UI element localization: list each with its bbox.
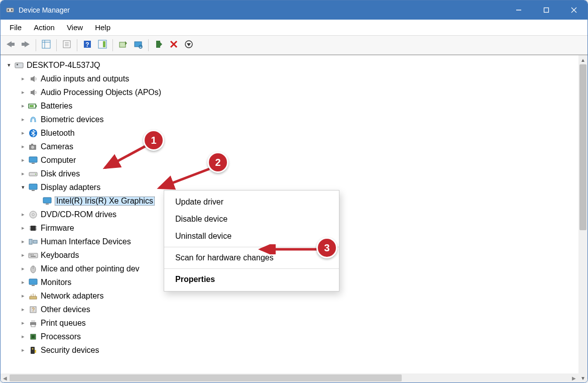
scan-hardware-button[interactable] — [131, 38, 145, 52]
ctx-disable-device[interactable]: Disable device — [164, 211, 339, 228]
tree-icon — [42, 40, 51, 50]
scroll-up-icon[interactable]: ▲ — [578, 55, 587, 64]
tree-item-label: DVD/CD-ROM drives — [41, 210, 116, 219]
window-title: Device Manager — [19, 6, 70, 14]
show-hide-tree-button[interactable] — [39, 38, 53, 52]
tree-root[interactable]: DESKTOP-4L537JQ — [3, 58, 585, 72]
close-button[interactable] — [560, 1, 587, 20]
svg-rect-47 — [29, 184, 37, 189]
security-icon — [28, 345, 39, 356]
chevron-right-icon[interactable] — [19, 102, 28, 111]
forward-button[interactable] — [19, 38, 33, 52]
tree-item[interactable]: Processors — [3, 330, 585, 343]
menu-file[interactable]: File — [5, 21, 27, 34]
chip-icon — [28, 223, 39, 234]
enable-icon — [154, 40, 163, 50]
disc-icon — [28, 209, 39, 220]
chevron-right-icon[interactable] — [19, 88, 28, 97]
tree-item[interactable]: Audio inputs and outputs — [3, 72, 585, 85]
properties-button[interactable] — [60, 38, 74, 52]
update-driver-button[interactable] — [116, 38, 130, 52]
chevron-right-icon[interactable] — [19, 305, 28, 314]
chevron-right-icon[interactable] — [19, 292, 28, 301]
tree-item[interactable]: Disk drives — [3, 167, 585, 180]
chevron-down-icon[interactable] — [5, 61, 14, 70]
help-button[interactable]: ? — [80, 38, 94, 52]
tree-item[interactable]: Security devices — [3, 343, 585, 357]
speaker-icon — [28, 73, 39, 84]
action-pane-button[interactable] — [95, 38, 109, 52]
tree-item[interactable]: ?Other devices — [3, 303, 585, 316]
tree-item-label: Bluetooth — [41, 129, 75, 137]
svg-rect-34 — [31, 91, 32, 94]
scroll-down-icon[interactable]: ▼ — [578, 373, 587, 382]
keyboard-icon — [28, 250, 39, 261]
chevron-right-icon[interactable] — [19, 319, 28, 328]
scroll-thumb[interactable] — [579, 64, 586, 230]
tree-item[interactable]: Audio Processing Objects (APOs) — [3, 85, 585, 99]
drive-icon — [28, 168, 39, 179]
chevron-right-icon[interactable] — [19, 169, 28, 178]
chevron-right-icon[interactable] — [19, 251, 28, 260]
tree-item[interactable]: Biometric devices — [3, 113, 585, 126]
minimize-button[interactable] — [505, 1, 532, 20]
scroll-right-icon[interactable]: ▶ — [569, 373, 578, 382]
menu-action[interactable]: Action — [29, 21, 60, 34]
chevron-right-icon[interactable] — [19, 115, 28, 124]
chevron-right-icon[interactable] — [19, 129, 28, 138]
cpu-icon — [28, 331, 39, 342]
vertical-scrollbar[interactable]: ▲ ▼ — [578, 55, 587, 382]
svg-rect-19 — [103, 41, 105, 47]
properties-icon — [62, 40, 71, 50]
chevron-right-icon[interactable] — [19, 156, 28, 165]
tree-item-label: Audio Processing Objects (APOs) — [41, 88, 161, 97]
menu-help[interactable]: Help — [90, 21, 115, 34]
chevron-right-icon[interactable] — [19, 142, 28, 151]
tree-item-label: Keyboards — [41, 251, 79, 259]
network-icon — [28, 291, 39, 302]
horizontal-scrollbar[interactable]: ◀ ▶ — [1, 373, 578, 382]
chevron-right-icon[interactable] — [19, 210, 28, 219]
fingerprint-icon — [28, 114, 39, 125]
chevron-right-icon[interactable] — [19, 346, 28, 355]
svg-marker-25 — [160, 42, 162, 46]
tree-item[interactable]: Bluetooth — [3, 126, 585, 140]
ctx-uninstall-device[interactable]: Uninstall device — [164, 228, 339, 245]
tree-item-label: Intel(R) Iris(R) Xe Graphics — [56, 197, 153, 205]
chevron-right-icon[interactable] — [19, 264, 28, 273]
help-icon: ? — [83, 40, 92, 50]
chevron-right-icon[interactable] — [19, 74, 28, 83]
chevron-right-icon[interactable] — [19, 237, 28, 246]
disable-device-button[interactable] — [182, 38, 196, 52]
svg-marker-7 — [7, 41, 15, 47]
scroll-left-icon[interactable]: ◀ — [1, 373, 10, 382]
chevron-right-icon[interactable] — [19, 332, 28, 341]
hscroll-thumb[interactable] — [10, 374, 402, 381]
tree-item[interactable]: Computer — [3, 153, 585, 167]
tree-item[interactable]: Cameras — [3, 140, 585, 153]
monitor-icon — [28, 277, 39, 288]
svg-point-46 — [35, 173, 36, 174]
chevron-right-icon[interactable] — [19, 224, 28, 233]
maximize-button[interactable] — [532, 1, 560, 20]
menu-view[interactable]: View — [62, 21, 88, 34]
ctx-update-driver[interactable]: Update driver — [164, 194, 339, 211]
tree-item[interactable]: Batteries — [3, 99, 585, 113]
svg-rect-30 — [15, 63, 23, 68]
svg-rect-63 — [30, 254, 31, 255]
enable-device-button[interactable] — [152, 38, 166, 52]
svg-rect-42 — [31, 144, 33, 145]
disable-down-icon — [184, 40, 193, 50]
uninstall-device-button[interactable] — [167, 38, 181, 52]
back-button[interactable] — [4, 38, 18, 52]
tree-item-label: Print queues — [41, 319, 86, 327]
chevron-down-icon[interactable] — [19, 183, 28, 192]
annotation-callout-1: 1 — [143, 130, 164, 151]
chevron-right-icon[interactable] — [19, 278, 28, 287]
svg-marker-29 — [187, 43, 191, 46]
svg-rect-71 — [30, 297, 37, 299]
titlebar[interactable]: Device Manager — [1, 1, 587, 20]
tree-item[interactable]: Print queues — [3, 316, 585, 330]
ctx-properties[interactable]: Properties — [164, 271, 339, 288]
update-driver-icon — [119, 40, 128, 50]
